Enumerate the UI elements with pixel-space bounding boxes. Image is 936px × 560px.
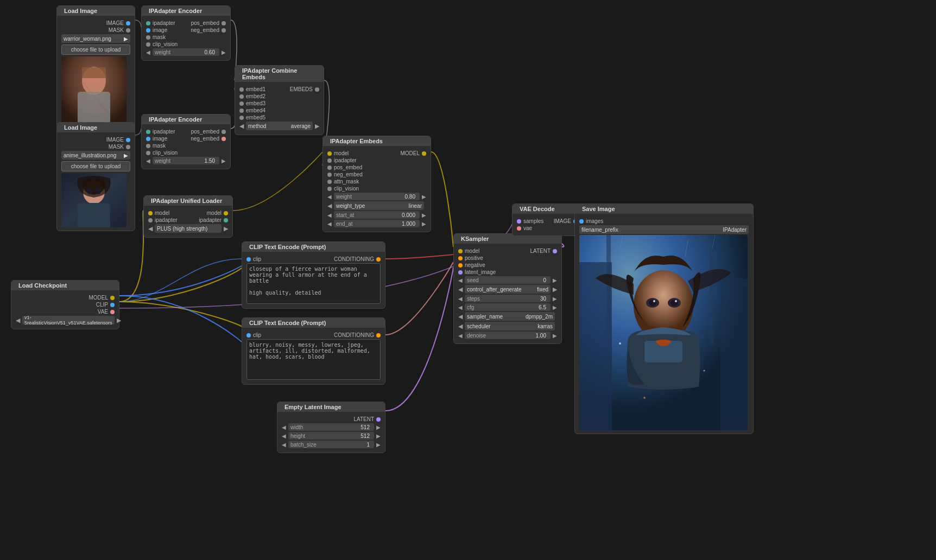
load-image-2-title: Load Image [64,124,97,131]
load-image-2-node: Load Image IMAGE MASK anime_illustration [56,122,135,231]
ipadapter-combine-header: IPAdapter Combine Embeds [235,66,324,82]
ipadapter-encoder-2-title: IPAdapter Encoder [149,116,202,123]
clip-encode-1-text[interactable]: closeup of a fierce warrior woman wearin… [246,263,381,304]
ipadapter-unified-title: IPAdapter Unified Loader [151,198,222,204]
ipadapter-encoder-1-node: IPAdapter Encoder ipadapter pos_embed im… [141,5,231,61]
load-checkpoint-header: Load Checkpoint [11,281,119,290]
control-after-combo[interactable]: control_after_generate fixed [465,285,551,294]
svg-rect-14 [606,235,611,343]
empty-latent-body: LATENT ◀ width 512 ▶ ◀ height 512 ▶ [277,412,385,453]
ksampler-node: KSampler model LATENT positive [453,233,562,344]
svg-point-21 [653,300,655,302]
svg-rect-10 [78,203,110,227]
svg-point-28 [704,370,705,372]
vae-decode-node: VAE Decode samples IMAGE vae [512,203,583,236]
vae-decode-title: VAE Decode [520,206,555,212]
svg-point-8 [87,188,92,194]
svg-point-9 [96,188,101,194]
combine-method[interactable]: method average [246,122,313,130]
empty-latent-title: Empty Latent Image [284,404,341,410]
ipadapter-unified-node: IPAdapter Unified Loader model model ipa… [143,195,233,238]
empty-latent-header: Empty Latent Image [277,402,385,412]
clip-encode-1-body: clip CONDITIONING closeup of a fierce wa… [242,252,385,308]
save-image-header: Save Image [575,204,753,214]
ipadapter-encoder-1-title: IPAdapter Encoder [149,8,202,14]
load-image-1-header: Load Image [57,6,135,16]
ipadapter-embeds-header: IPAdapter Embeds [323,136,431,146]
ipadapter-encoder-2-header: IPAdapter Encoder [142,114,230,124]
vae-decode-header: VAE Decode [513,204,582,214]
clip-encode-2-body: clip CONDITIONING blurry, noisy, messy, … [242,328,385,384]
ipadapter-combine-body: embed1 EMBEDS embed2 embed3 [235,82,324,135]
ipadapter-encoder-1-header: IPAdapter Encoder [142,6,230,16]
load-image-1-ports: IMAGE [61,20,130,26]
ksampler-body: model LATENT positive negative [454,244,561,343]
ipadapter-combine-title: IPAdapter Combine Embeds [242,67,319,80]
sampler-name-combo[interactable]: sampler_name dpmpp_2m [465,312,555,321]
scheduler-combo[interactable]: scheduler karras [465,322,555,330]
svg-point-22 [675,300,677,302]
ipadapter-unified-header: IPAdapter Unified Loader [144,196,232,206]
save-image-title: Save Image [582,206,615,212]
ipadapter-encoder-2-node: IPAdapter Encoder ipadapter pos_embed im… [141,114,231,169]
clip-encode-1-node: CLIP Text Encode (Prompt) clip CONDITION… [242,241,385,309]
load-checkpoint-title: Load Checkpoint [18,282,67,289]
unified-preset-combo[interactable]: PLUS (high strength) [155,224,222,233]
clip-encode-2-text[interactable]: blurry, noisy, messy, lowres, jpeg, arti… [246,339,381,380]
clip-encode-2-node: CLIP Text Encode (Prompt) clip CONDITION… [242,317,385,385]
load-image-1-image-out: IMAGE [106,20,130,26]
load-image-1-upload-btn[interactable]: choose file to upload [61,44,130,55]
load-image-2-preview [61,173,127,227]
save-image-preview [579,235,748,430]
svg-rect-4 [82,67,106,78]
clip-encode-1-header: CLIP Text Encode (Prompt) [242,242,385,252]
ksampler-title: KSampler [461,236,489,242]
checkpoint-name-combo[interactable]: v1-5realisticVisionV51_v51VAE.safetensor… [22,316,115,324]
svg-point-27 [619,342,621,345]
ipadapter-encoder-2-body: ipadapter pos_embed image neg_embed [142,124,230,169]
node-canvas: Load Image IMAGE MASK warrior_woman.png [0,0,936,560]
load-image-2-filename[interactable]: anime_illustration.png ▶ [61,151,130,160]
ipadapter-encoder-1-body: ipadapter pos_embed image neg_embed [142,16,230,60]
load-image-2-header: Load Image [57,123,135,132]
svg-rect-13 [720,278,748,430]
clip-encode-1-title: CLIP Text Encode (Prompt) [249,244,326,250]
weight-type-combo[interactable]: weight_type linear [334,201,424,210]
empty-latent-node: Empty Latent Image LATENT ◀ width 512 ▶ … [277,402,385,453]
ipadapter-unified-body: model model ipadapter ipadapter ◀ [144,206,232,237]
ipadapter-combine-node: IPAdapter Combine Embeds embed1 EMBEDS e… [235,65,324,135]
load-image-2-body: IMAGE MASK anime_illustration.png ▶ choo… [57,132,135,231]
save-image-body: images filename_prefix IPAdapter [575,214,753,434]
svg-rect-15 [710,246,714,343]
load-checkpoint-body: MODEL CLIP VAE ◀ [11,290,119,329]
load-checkpoint-node: Load Checkpoint MODEL CLIP VAE [11,280,119,329]
svg-point-29 [643,397,646,399]
load-image-1-title: Load Image [64,8,97,14]
load-image-1-mask-port: MASK [61,27,130,33]
ipadapter-embeds-title: IPAdapter Embeds [330,138,383,144]
clip-encode-2-header: CLIP Text Encode (Prompt) [242,318,385,328]
load-image-2-upload-btn[interactable]: choose file to upload [61,161,130,171]
ipadapter-embeds-node: IPAdapter Embeds model MODEL ipadapter [322,136,431,232]
save-image-node: Save Image images filename_prefix IPAdap… [574,203,754,434]
svg-point-19 [649,300,656,306]
svg-point-20 [671,300,678,306]
load-image-1-filename[interactable]: warrior_woman.png ▶ [61,34,130,43]
load-image-1-body: IMAGE MASK warrior_woman.png ▶ choose fi… [57,16,135,138]
load-image-1-node: Load Image IMAGE MASK warrior_woman.png [56,5,135,139]
clip-encode-2-title: CLIP Text Encode (Prompt) [249,320,326,326]
ipadapter-embeds-body: model MODEL ipadapter pos_embed [323,146,431,232]
vae-decode-body: samples IMAGE vae [513,214,582,236]
filename-prefix-field[interactable]: filename_prefix IPAdapter [579,225,749,234]
load-image-1-filename-row: warrior_woman.png ▶ [61,34,130,43]
